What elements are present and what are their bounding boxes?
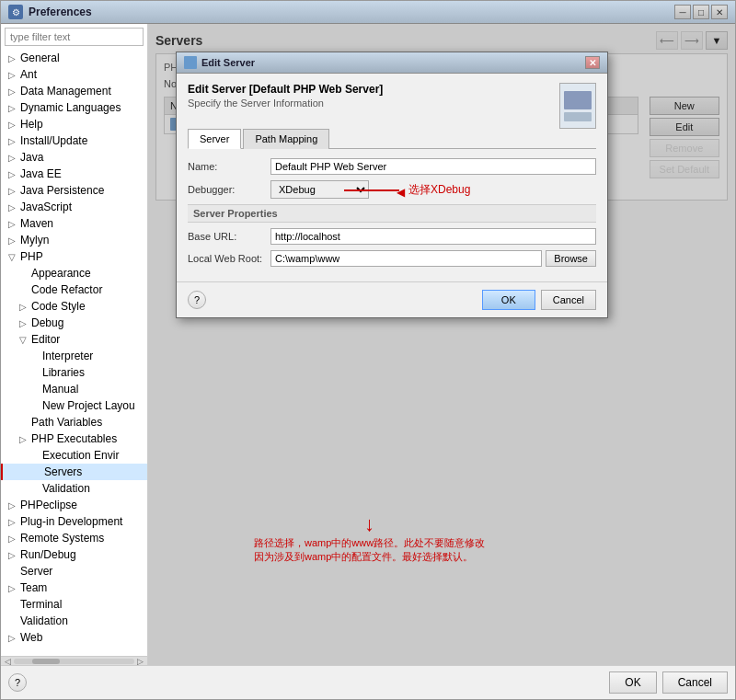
sidebar-item-mylyn[interactable]: ▷ Mylyn <box>1 232 147 248</box>
sidebar-item-dynamic-languages[interactable]: ▷ Dynamic Languages <box>1 99 147 116</box>
name-input[interactable] <box>270 158 596 175</box>
sidebar-item-debug[interactable]: ▷ Debug <box>1 315 147 331</box>
sidebar-item-php[interactable]: ▽ PHP <box>1 248 147 265</box>
debugger-label: Debugger: <box>188 184 270 195</box>
cancel-button[interactable]: Cancel <box>662 671 728 694</box>
main-area: Servers ⟵ ⟶ ▼ PHP Servers Management Not… <box>148 24 735 665</box>
dialog-close-button[interactable]: ✕ <box>585 56 600 69</box>
sidebar-item-new-project[interactable]: New Project Layou <box>1 397 147 414</box>
dialog-ok-button[interactable]: OK <box>482 290 535 310</box>
sidebar-item-servers[interactable]: Servers <box>1 464 147 480</box>
sidebar-item-javascript[interactable]: ▷ JavaScript <box>1 199 147 215</box>
sidebar-item-ant[interactable]: ▷ Ant <box>1 66 147 83</box>
chevron-right-icon: ▷ <box>8 186 17 196</box>
chevron-right-icon: ▷ <box>8 53 17 63</box>
help-button[interactable]: ? <box>8 673 27 692</box>
dialog-cancel-button[interactable]: Cancel <box>541 290 596 310</box>
bottom-bar: ? OK Cancel <box>1 665 735 699</box>
content-area: ▷ General ▷ Ant ▷ Data Management ▷ Dyna… <box>1 24 735 665</box>
tab-content-server: Name: Debugger: XDebug Zend Debugger Non… <box>188 158 596 267</box>
local-web-root-row: Local Web Root: Browse <box>188 250 596 267</box>
sidebar-item-web[interactable]: ▷ Web <box>1 629 147 646</box>
chevron-right-icon: ▷ <box>8 103 17 113</box>
close-button[interactable]: ✕ <box>711 5 728 19</box>
sidebar-item-terminal[interactable]: Terminal <box>1 596 147 613</box>
sidebar-item-phpeclipse[interactable]: ▷ PHPeclipse <box>1 497 147 513</box>
chevron-down-icon: ▽ <box>19 335 29 345</box>
window-controls: ─ □ ✕ <box>674 5 728 19</box>
chevron-right-icon: ▷ <box>8 517 17 527</box>
sidebar-item-php-appearance[interactable]: Appearance <box>1 265 147 281</box>
server-graphic <box>559 83 596 129</box>
base-url-input[interactable] <box>270 228 596 245</box>
sidebar-item-remote-systems[interactable]: ▷ Remote Systems <box>1 530 147 546</box>
name-row: Name: <box>188 158 596 175</box>
scroll-left-arrow[interactable]: ◁ <box>5 657 11 666</box>
sidebar-item-plugin-development[interactable]: ▷ Plug-in Development <box>1 513 147 530</box>
sidebar-item-java-persistence[interactable]: ▷ Java Persistence <box>1 182 147 199</box>
preferences-icon: ⚙ <box>8 5 23 19</box>
xdebug-annotation-text: 选择XDebug <box>408 182 470 198</box>
sidebar-item-manual[interactable]: Manual <box>1 381 147 397</box>
sidebar-item-data-management[interactable]: ▷ Data Management <box>1 83 147 99</box>
sidebar-item-help[interactable]: ▷ Help <box>1 116 147 132</box>
scroll-right-arrow[interactable]: ▷ <box>137 657 144 666</box>
sidebar: ▷ General ▷ Ant ▷ Data Management ▷ Dyna… <box>1 24 148 665</box>
chevron-right-icon: ▷ <box>8 136 17 146</box>
sidebar-item-server[interactable]: Server <box>1 563 147 580</box>
filter-input[interactable] <box>5 28 144 46</box>
chevron-down-icon: ▽ <box>8 252 17 262</box>
dialog-footer: ? OK Cancel <box>177 281 607 317</box>
chevron-right-icon: ▷ <box>8 500 17 511</box>
tab-path-mapping[interactable]: Path Mapping <box>243 129 329 149</box>
sidebar-item-maven[interactable]: ▷ Maven <box>1 215 147 232</box>
chevron-right-icon: ▷ <box>19 318 29 328</box>
edit-server-dialog: Edit Server ✕ Edit Server [Default PHP W… <box>176 52 608 318</box>
local-web-root-input[interactable] <box>270 250 542 267</box>
dialog-subheading: Specify the Server Information <box>188 98 383 109</box>
maximize-button[interactable]: □ <box>693 5 709 19</box>
sidebar-item-execution-env[interactable]: Execution Envir <box>1 447 147 464</box>
chevron-right-icon: ▷ <box>8 120 17 130</box>
dialog-body: Edit Server [Default PHP Web Server] Spe… <box>177 74 607 281</box>
dialog-title-icon <box>184 56 197 69</box>
sidebar-item-java[interactable]: ▷ Java <box>1 149 147 166</box>
chevron-right-icon: ▷ <box>8 235 17 246</box>
sidebar-item-validation-root[interactable]: Validation <box>1 613 147 629</box>
title-bar: ⚙ Preferences ─ □ ✕ <box>1 1 735 24</box>
sidebar-item-team[interactable]: ▷ Team <box>1 580 147 596</box>
xdebug-annotation: ◀ 选择XDebug <box>344 182 470 198</box>
down-arrow-icon: ↓ <box>364 514 374 534</box>
dialog-title-bar: Edit Server ✕ <box>177 52 607 74</box>
path-annotation-text: 路径选择，wamp中的www路径。此处不要随意修改 因为涉及到wamp中的配置文… <box>254 536 485 564</box>
sidebar-scrollbar[interactable]: ◁ ▷ <box>1 656 147 665</box>
chevron-right-icon: ▷ <box>8 633 17 643</box>
chevron-right-icon: ▷ <box>8 550 17 560</box>
sidebar-item-run-debug[interactable]: ▷ Run/Debug <box>1 546 147 563</box>
chevron-right-icon: ▷ <box>8 153 17 163</box>
sidebar-item-general[interactable]: ▷ General <box>1 50 147 66</box>
ok-button[interactable]: OK <box>609 671 656 694</box>
dialog-heading: Edit Server [Default PHP Web Server] <box>188 83 383 96</box>
sidebar-item-code-style[interactable]: ▷ Code Style <box>1 298 147 315</box>
preferences-window: ⚙ Preferences ─ □ ✕ ▷ General ▷ Ant <box>0 0 736 700</box>
tree-area: ▷ General ▷ Ant ▷ Data Management ▷ Dyna… <box>1 50 147 656</box>
sidebar-item-php-executables[interactable]: ▷ PHP Executables <box>1 430 147 447</box>
sidebar-item-editor[interactable]: ▽ Editor <box>1 331 147 348</box>
minimize-button[interactable]: ─ <box>674 5 691 19</box>
tab-server[interactable]: Server <box>188 129 241 149</box>
dialog-help-button[interactable]: ? <box>188 291 206 309</box>
sidebar-item-java-ee[interactable]: ▷ Java EE <box>1 166 147 182</box>
sidebar-item-validation[interactable]: Validation <box>1 480 147 497</box>
chevron-right-icon: ▷ <box>8 70 17 80</box>
dialog-tabs: Server Path Mapping <box>188 129 596 149</box>
dialog-header-row: Edit Server [Default PHP Web Server] Spe… <box>188 83 596 129</box>
sidebar-item-path-variables[interactable]: Path Variables <box>1 414 147 430</box>
browse-button[interactable]: Browse <box>546 250 596 267</box>
sidebar-item-code-refactor[interactable]: Code Refactor <box>1 281 147 298</box>
local-web-root-label: Local Web Root: <box>188 253 270 264</box>
sidebar-item-libraries[interactable]: Libraries <box>1 364 147 381</box>
sidebar-item-interpreter[interactable]: Interpreter <box>1 348 147 364</box>
sidebar-item-install-update[interactable]: ▷ Install/Update <box>1 132 147 149</box>
dialog-overlay: Edit Server ✕ Edit Server [Default PHP W… <box>148 24 735 665</box>
